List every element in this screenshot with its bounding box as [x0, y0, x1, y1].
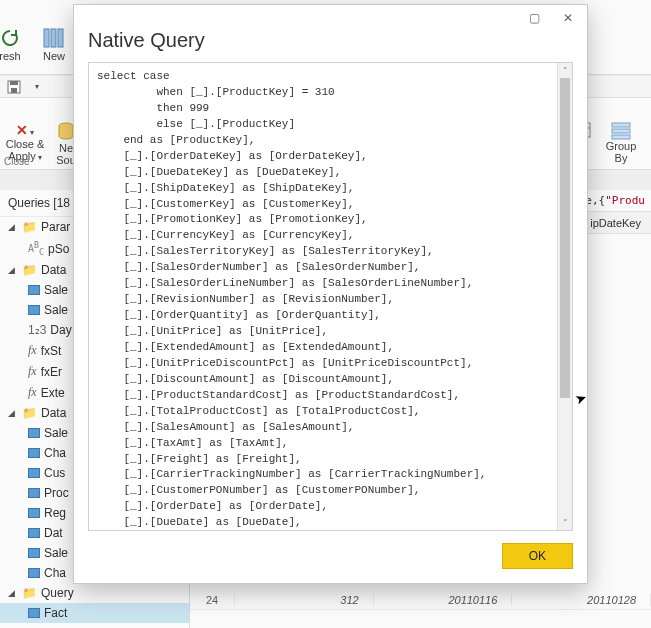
scroll-up-icon[interactable]: ˄: [558, 63, 572, 78]
vertical-scrollbar[interactable]: ˄ ˅: [557, 63, 572, 530]
maximize-icon: ▢: [529, 11, 540, 25]
dialog-footer: OK: [74, 531, 587, 583]
close-icon: ✕: [563, 11, 573, 25]
close-button[interactable]: ✕: [555, 9, 581, 27]
maximize-button[interactable]: ▢: [521, 9, 547, 27]
dialog-body: select case when [_].[ProductKey] = 310 …: [88, 62, 573, 531]
dialog-title: Native Query: [74, 27, 587, 62]
scroll-thumb[interactable]: [560, 78, 570, 398]
scroll-down-icon[interactable]: ˅: [558, 515, 572, 530]
native-query-text[interactable]: select case when [_].[ProductKey] = 310 …: [89, 63, 572, 530]
ok-button[interactable]: OK: [502, 543, 573, 569]
modal-overlay: ▢ ✕ Native Query select case when [_].[P…: [0, 0, 651, 628]
dialog-titlebar: ▢ ✕: [74, 5, 587, 27]
native-query-dialog: ▢ ✕ Native Query select case when [_].[P…: [73, 4, 588, 584]
